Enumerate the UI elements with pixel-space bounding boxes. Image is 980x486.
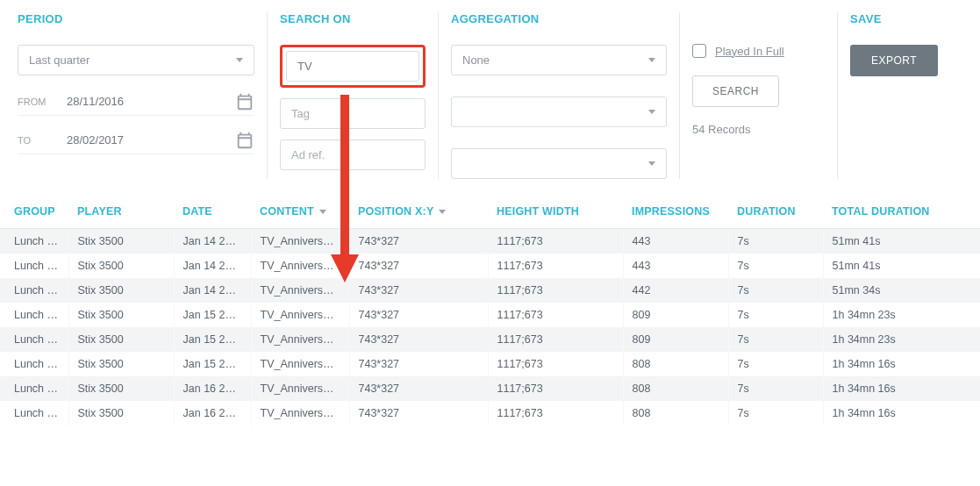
col-header-hw[interactable]: HEIGHT WIDTH (488, 197, 623, 229)
cell-date: Jan 16 2017 (174, 401, 251, 425)
table-row[interactable]: Lunch Roo..Stix 3500Jan 15 2017TV_Annive… (0, 303, 980, 327)
cell-total: 1h 34mn 16s (823, 352, 980, 376)
cell-imp: 809 (623, 303, 728, 327)
cell-hw: 1117;673 (488, 229, 623, 254)
cell-content: TV_Anniversaire_... (251, 401, 349, 425)
col-header-duration[interactable]: DURATION (728, 197, 823, 229)
aggregation-select-3[interactable] (451, 148, 667, 179)
cell-group: Lunch Roo.. (0, 401, 68, 425)
search-button[interactable]: SEARCH (692, 75, 779, 107)
col-header-content[interactable]: CONTENT (251, 197, 349, 229)
to-date-row: TO 28/02/2017 (18, 130, 254, 154)
table-row[interactable]: Lunch Roo..Stix 3500Jan 15 2017TV_Annive… (0, 352, 980, 376)
col-header-total[interactable]: TOTAL DURATION (823, 197, 980, 229)
from-date-row: FROM 28/11/2016 (18, 91, 254, 116)
cell-content: TV_Anniversaire_... (251, 229, 349, 254)
cell-pos: 743*327 (349, 401, 488, 425)
cell-hw: 1117;673 (488, 376, 623, 401)
from-date-input[interactable]: 28/11/2016 (61, 91, 235, 111)
aggregation-select-2[interactable] (451, 96, 667, 127)
col-header-date[interactable]: DATE (174, 197, 251, 229)
col-header-player[interactable]: PLAYER (68, 197, 174, 229)
chevron-down-icon (319, 210, 326, 214)
adref-search-input[interactable]: Ad ref. (280, 139, 426, 170)
played-in-full-label[interactable]: Played In Full (715, 45, 784, 58)
col-header-group[interactable]: GROUP (0, 197, 68, 229)
cell-total: 51mn 41s (823, 229, 980, 254)
cell-group: Lunch Roo.. (0, 376, 68, 401)
period-preset-select[interactable]: Last quarter (18, 45, 254, 75)
cell-total: 1h 34mn 16s (823, 401, 980, 425)
cell-group: Lunch Roo.. (0, 229, 68, 254)
search-on-section: SEARCH ON TV Tag Ad ref. (268, 12, 439, 179)
aggregation-select[interactable]: None (451, 45, 667, 75)
aggregation-section: AGGREGATION None (439, 12, 680, 179)
cell-content: TV_Anniversaire_... (251, 327, 349, 352)
to-date-input[interactable]: 28/02/2017 (61, 130, 235, 150)
cell-imp: 808 (623, 352, 728, 376)
table-row[interactable]: Lunch Roo..Stix 3500Jan 14 2017TV_Annive… (0, 229, 980, 254)
chevron-down-icon (648, 110, 655, 114)
cell-hw: 1117;673 (488, 327, 623, 352)
cell-player: Stix 3500 (68, 229, 174, 254)
cell-pos: 743*327 (349, 327, 488, 352)
table-row[interactable]: Lunch Roo..Stix 3500Jan 14 2017TV_Annive… (0, 254, 980, 278)
table-row[interactable]: Lunch Roo..Stix 3500Jan 14 2017TV_Annive… (0, 278, 980, 303)
cell-player: Stix 3500 (68, 303, 174, 327)
export-button[interactable]: EXPORT (850, 45, 938, 76)
cell-dur: 7s (728, 254, 823, 278)
cell-date: Jan 15 2017 (174, 352, 251, 376)
cell-player: Stix 3500 (68, 327, 174, 352)
cell-group: Lunch Roo.. (0, 352, 68, 376)
cell-imp: 443 (623, 254, 728, 278)
cell-dur: 7s (728, 401, 823, 425)
played-in-full-row: Played In Full (692, 44, 825, 58)
cell-content: TV_Anniversaire_... (251, 254, 349, 278)
cell-group: Lunch Roo.. (0, 278, 68, 303)
cell-imp: 808 (623, 401, 728, 425)
cell-hw: 1117;673 (488, 278, 623, 303)
filter-panel: PERIOD Last quarter FROM 28/11/2016 TO 2… (0, 0, 980, 197)
content-search-input[interactable]: TV (286, 51, 419, 82)
table-header-row: GROUP PLAYER DATE CONTENT POSITION X:Y H… (0, 197, 980, 229)
period-label: PERIOD (18, 12, 254, 25)
cell-group: Lunch Roo.. (0, 303, 68, 327)
cell-player: Stix 3500 (68, 254, 174, 278)
cell-player: Stix 3500 (68, 352, 174, 376)
table-row[interactable]: Lunch Roo..Stix 3500Jan 16 2017TV_Annive… (0, 401, 980, 425)
save-section: SAVE EXPORT (838, 12, 961, 179)
table-body: Lunch Roo..Stix 3500Jan 14 2017TV_Annive… (0, 229, 980, 426)
col-header-impressions[interactable]: IMPRESSIONS (623, 197, 728, 229)
cell-dur: 7s (728, 376, 823, 401)
cell-pos: 743*327 (349, 254, 488, 278)
search-on-label: SEARCH ON (280, 12, 426, 25)
content-search-highlight: TV (280, 45, 426, 88)
cell-date: Jan 15 2017 (174, 303, 251, 327)
cell-pos: 743*327 (349, 303, 488, 327)
cell-player: Stix 3500 (68, 376, 174, 401)
cell-dur: 7s (728, 352, 823, 376)
cell-date: Jan 14 2017 (174, 229, 251, 254)
table-row[interactable]: Lunch Roo..Stix 3500Jan 15 2017TV_Annive… (0, 327, 980, 352)
chevron-down-icon (439, 210, 446, 214)
cell-group: Lunch Roo.. (0, 327, 68, 352)
cell-hw: 1117;673 (488, 401, 623, 425)
table-row[interactable]: Lunch Roo..Stix 3500Jan 16 2017TV_Annive… (0, 376, 980, 401)
cell-dur: 7s (728, 303, 823, 327)
chevron-down-icon (236, 58, 243, 62)
cell-total: 1h 34mn 16s (823, 376, 980, 401)
cell-dur: 7s (728, 278, 823, 303)
calendar-icon[interactable] (235, 92, 254, 111)
period-section: PERIOD Last quarter FROM 28/11/2016 TO 2… (18, 12, 268, 179)
results-table: GROUP PLAYER DATE CONTENT POSITION X:Y H… (0, 197, 980, 425)
cell-content: TV_Anniversaire_... (251, 278, 349, 303)
col-header-position[interactable]: POSITION X:Y (349, 197, 488, 229)
calendar-icon[interactable] (235, 131, 254, 150)
cell-content: TV_Anniversaire_... (251, 303, 349, 327)
cell-hw: 1117;673 (488, 254, 623, 278)
cell-total: 51mn 41s (823, 254, 980, 278)
cell-group: Lunch Roo.. (0, 254, 68, 278)
tag-search-input[interactable]: Tag (280, 98, 426, 129)
cell-imp: 808 (623, 376, 728, 401)
played-in-full-checkbox[interactable] (692, 44, 706, 58)
